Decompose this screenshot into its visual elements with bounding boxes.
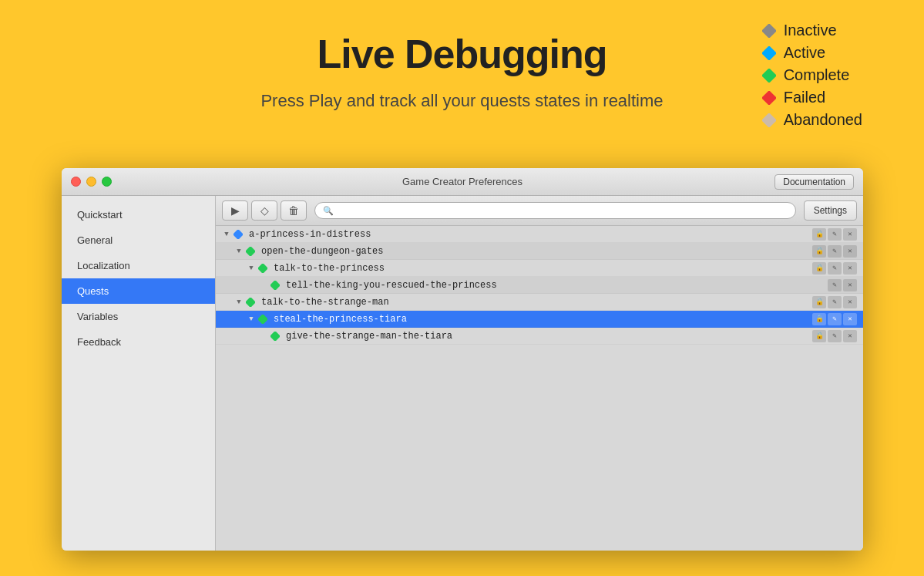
window-body: QuickstartGeneralLocalizationQuestsVaria… — [62, 196, 863, 551]
tree-label: talk-to-the-strange-man — [260, 297, 389, 308]
tree-arrow: ▼ — [222, 231, 231, 238]
tree-label: open-the-dungeon-gates — [260, 246, 383, 257]
legend-diamond-failed — [762, 91, 776, 105]
legend-diamond-inactive — [762, 24, 776, 38]
sidebar-item-quests[interactable]: Quests — [62, 278, 215, 304]
traffic-lights — [71, 177, 112, 187]
tree-row[interactable]: ▼ steal-the-princess-tiara 🔒✎✕ — [216, 311, 863, 328]
search-box[interactable]: 🔍 — [314, 202, 796, 219]
sidebar-item-quickstart[interactable]: Quickstart — [62, 202, 215, 227]
tree-label: talk-to-the-princess — [272, 263, 385, 274]
svg-rect-5 — [234, 230, 243, 239]
svg-rect-8 — [270, 281, 280, 290]
tree-row-content: give-the-strange-man-the-tiara — [216, 331, 812, 342]
lock-icon[interactable]: 🔒 — [812, 313, 826, 325]
legend-item-failed: Failed — [762, 89, 862, 106]
lock-icon[interactable]: 🔒 — [812, 262, 826, 275]
tree-arrow: ▼ — [247, 264, 256, 272]
legend-label-abandoned: Abandoned — [784, 111, 862, 129]
edit-icon[interactable]: ✎ — [828, 279, 842, 291]
settings-button[interactable]: Settings — [804, 200, 857, 221]
delete-icon[interactable]: ✕ — [843, 330, 857, 342]
tree-view: ▼ a-princess-in-distress 🔒✎✕ ▼ open-the-… — [216, 226, 863, 551]
tree-label: steal-the-princess-tiara — [272, 314, 407, 325]
tree-actions: 🔒✎✕ — [812, 313, 857, 325]
legend-diamond-complete — [762, 69, 776, 83]
tree-row[interactable]: ▼ open-the-dungeon-gates 🔒✎✕ — [216, 243, 863, 260]
tree-diamond — [234, 230, 243, 239]
legend: Inactive Active Complete Failed Abandone… — [762, 22, 862, 129]
tree-arrow: ▼ — [247, 315, 256, 323]
svg-rect-3 — [762, 91, 776, 105]
tree-row-content: ▼ talk-to-the-princess — [216, 263, 812, 274]
sidebar-item-variables[interactable]: Variables — [62, 304, 215, 329]
legend-diamond-active — [762, 46, 776, 60]
main-panel: ▶ ◇ 🗑 🔍 Settings ▼ a-princess-in-distres… — [216, 196, 863, 551]
edit-icon[interactable]: ✎ — [828, 330, 842, 342]
tree-row-content: ▼ open-the-dungeon-gates — [216, 246, 812, 257]
trash-button[interactable]: 🗑 — [281, 200, 307, 221]
delete-icon[interactable]: ✕ — [843, 313, 857, 325]
tree-actions: 🔒✎✕ — [812, 330, 857, 342]
lock-icon[interactable]: 🔒 — [812, 330, 826, 342]
tree-arrow: ▼ — [234, 248, 244, 255]
search-icon: 🔍 — [323, 206, 334, 216]
tree-row-content: tell-the-king-you-rescued-the-princess — [216, 280, 828, 291]
svg-rect-6 — [246, 247, 255, 256]
diamond-button[interactable]: ◇ — [251, 200, 277, 221]
tree-row-content: ▼ steal-the-princess-tiara — [216, 314, 812, 325]
delete-icon[interactable]: ✕ — [843, 296, 857, 308]
sidebar-item-general[interactable]: General — [62, 227, 215, 253]
tree-actions: 🔒✎✕ — [812, 245, 857, 258]
tree-actions: 🔒✎✕ — [812, 296, 857, 308]
tree-row-content: ▼ talk-to-the-strange-man — [216, 297, 812, 308]
documentation-button[interactable]: Documentation — [774, 174, 854, 190]
lock-icon[interactable]: 🔒 — [812, 228, 826, 241]
svg-rect-7 — [258, 264, 267, 273]
sidebar-item-localization[interactable]: Localization — [62, 253, 215, 278]
legend-item-complete: Complete — [762, 66, 862, 84]
svg-rect-0 — [762, 24, 776, 38]
tree-label: a-princess-in-distress — [247, 229, 371, 240]
legend-diamond-abandoned — [762, 113, 776, 127]
lock-icon[interactable]: 🔒 — [812, 245, 826, 258]
svg-rect-1 — [762, 46, 776, 60]
tree-row[interactable]: give-the-strange-man-the-tiara 🔒✎✕ — [216, 328, 863, 345]
title-bar: Game Creator Preferences Documentation — [62, 168, 863, 196]
tree-row[interactable]: ▼ talk-to-the-princess 🔒✎✕ — [216, 260, 863, 277]
lock-icon[interactable]: 🔒 — [812, 296, 826, 308]
sidebar-item-feedback[interactable]: Feedback — [62, 329, 215, 355]
delete-icon[interactable]: ✕ — [843, 228, 857, 241]
tree-row-content: ▼ a-princess-in-distress — [216, 229, 812, 240]
tree-arrow: ▼ — [234, 298, 244, 306]
legend-item-active: Active — [762, 44, 862, 62]
tree-row[interactable]: ▼ a-princess-in-distress 🔒✎✕ — [216, 226, 863, 243]
svg-rect-9 — [246, 298, 255, 307]
legend-label-complete: Complete — [784, 66, 850, 84]
maximize-button[interactable] — [102, 177, 112, 187]
legend-item-inactive: Inactive — [762, 22, 862, 39]
edit-icon[interactable]: ✎ — [828, 262, 842, 275]
edit-icon[interactable]: ✎ — [828, 228, 842, 241]
svg-rect-11 — [270, 332, 280, 341]
delete-icon[interactable]: ✕ — [843, 279, 857, 291]
tree-label: tell-the-king-you-rescued-the-princess — [284, 280, 497, 291]
tree-diamond — [246, 298, 255, 307]
delete-icon[interactable]: ✕ — [843, 245, 857, 258]
play-button[interactable]: ▶ — [222, 200, 248, 221]
minimize-button[interactable] — [86, 177, 96, 187]
tree-diamond — [246, 247, 255, 256]
edit-icon[interactable]: ✎ — [828, 313, 842, 325]
edit-icon[interactable]: ✎ — [828, 245, 842, 258]
svg-rect-4 — [762, 113, 776, 127]
tree-diamond — [258, 264, 267, 273]
close-button[interactable] — [71, 177, 81, 187]
svg-rect-2 — [762, 69, 776, 83]
edit-icon[interactable]: ✎ — [828, 296, 842, 308]
delete-icon[interactable]: ✕ — [843, 262, 857, 275]
tree-row[interactable]: ▼ talk-to-the-strange-man 🔒✎✕ — [216, 294, 863, 311]
tree-actions: 🔒✎✕ — [812, 262, 857, 275]
window-title: Game Creator Preferences — [402, 176, 522, 187]
tree-diamond — [258, 315, 267, 324]
tree-row[interactable]: tell-the-king-you-rescued-the-princess ✎… — [216, 277, 863, 294]
